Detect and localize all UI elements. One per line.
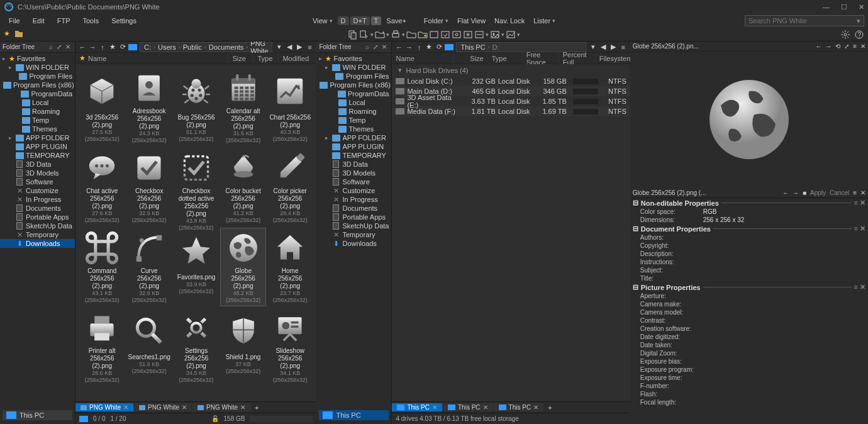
file-item[interactable]: Color picker 256x256 (2).png28.4 KB (256… <box>267 148 313 226</box>
tree-item[interactable]: Local <box>316 98 391 107</box>
favorites-node[interactable]: ▸★ Favorites <box>316 54 391 63</box>
file-item[interactable]: Globe 256x256 (2).png48.2 KB (256x256x32… <box>220 228 266 306</box>
nav2-prev-tab[interactable]: ◀ <box>599 43 608 52</box>
file-item[interactable]: Calendar alt 256x256 (2).png31.5 KB (256… <box>220 68 266 147</box>
file-item[interactable]: Bug 256x256 (2).png51.1 KB (256x256x32) <box>174 68 220 147</box>
file-item[interactable]: Favorites.png33.9 KB (256x256x32) <box>174 228 220 306</box>
nav2-up[interactable]: ↑ <box>415 43 423 52</box>
search-box[interactable]: ▾ <box>745 15 864 26</box>
props-right[interactable]: → <box>793 189 799 196</box>
tree-item[interactable]: 3D Data <box>0 160 75 169</box>
flat-view[interactable]: Flat View <box>453 16 489 26</box>
tool-icon-1[interactable] <box>429 30 439 40</box>
tree-item[interactable]: Program Files <box>316 72 391 81</box>
tree-item[interactable]: 3D Data <box>316 160 391 169</box>
view-dropdown[interactable]: View ▾ <box>309 16 337 26</box>
nav-prev-tab[interactable]: ◀ <box>285 43 294 52</box>
close-button[interactable]: ✕ <box>859 3 864 11</box>
file-item[interactable]: Chat active 256x256 (2).png27.6 KB (256x… <box>79 148 125 226</box>
file-item[interactable]: Settings 256x256 (2).png34.5 KB (256x256… <box>174 308 220 386</box>
col2-pct[interactable]: Percent Full <box>559 53 596 64</box>
tree-item[interactable]: ✕Customize <box>0 186 75 195</box>
nav-menu[interactable]: ≡ <box>305 43 314 52</box>
col2-fs[interactable]: Filesystem <box>596 53 630 64</box>
menu-ftp[interactable]: FTP <box>52 16 75 26</box>
fav-tool-icon[interactable]: ★ <box>418 30 428 40</box>
pv-close[interactable]: ✕ <box>860 43 865 50</box>
file-item[interactable]: Home 256x256 (2).png23.7 KB (256x256x32) <box>267 228 313 306</box>
lister-dropdown[interactable]: Lister ▾ <box>530 16 559 26</box>
tool-icon-3[interactable] <box>452 30 462 40</box>
file-item[interactable]: Checkbox 256x256 (2).png32.5 KB (256x256… <box>126 148 172 226</box>
tree-item[interactable]: ProgramData <box>0 89 75 98</box>
nav2-next-tab[interactable]: ▶ <box>609 43 618 52</box>
tree-item[interactable]: Program Files (x86) <box>0 81 75 89</box>
tab[interactable]: This PC✕ <box>443 403 493 411</box>
copy-icon[interactable] <box>348 30 358 40</box>
tree-item[interactable]: Program Files <box>0 72 75 81</box>
nav-up[interactable]: ↑ <box>98 43 107 52</box>
nav2-recent[interactable]: ⟳ <box>435 43 443 52</box>
col-name[interactable]: ★ Name <box>75 53 228 64</box>
gear-icon[interactable] <box>840 30 850 40</box>
drive-row[interactable]: Media Data (F:)1.81 TBLocal Disk1.69 TBN… <box>392 106 630 116</box>
menu-tools[interactable]: Tools <box>77 16 104 26</box>
col2-free[interactable]: Free Space <box>523 53 559 64</box>
col2-type[interactable]: Type <box>488 53 523 64</box>
tree1-search-icon[interactable]: ⌕ <box>47 43 55 50</box>
pv-right[interactable]: → <box>825 43 832 50</box>
nav2-drop[interactable]: ▾ <box>589 43 598 52</box>
file-item[interactable]: Slideshow 256x256 (2).png34.1 KB (256x25… <box>267 308 313 386</box>
nav2-menu[interactable]: ≡ <box>619 43 628 52</box>
file-item[interactable]: 3d 256x256 (2).png27.5 KB (256x256x32) <box>79 68 125 147</box>
col2-name[interactable]: Name <box>392 53 453 64</box>
nav-next-tab[interactable]: ▶ <box>295 43 304 52</box>
tree2-thispc[interactable]: This PC <box>319 410 389 420</box>
tree-item[interactable]: Temp <box>0 116 75 125</box>
nav-fwd[interactable]: → <box>88 43 97 52</box>
pv-menu[interactable]: ≡ <box>853 43 857 50</box>
col-type[interactable]: Type <box>253 53 279 64</box>
tree-item[interactable]: ⬇Downloads <box>0 239 75 248</box>
col-size[interactable]: Size <box>228 53 253 64</box>
file-item[interactable]: Printer alt 256x256 (2).png28.6 KB (256x… <box>79 308 125 386</box>
tree-item[interactable]: Documents <box>0 204 75 213</box>
folder-dropdown[interactable]: Folder ▾ <box>420 16 452 26</box>
props-left[interactable]: ← <box>782 189 789 196</box>
nav-recent[interactable]: ⟳ <box>118 43 127 52</box>
tab-add[interactable]: + <box>251 404 262 411</box>
tree-item[interactable]: ▸WIN FOLDER <box>316 63 391 72</box>
pv-full[interactable]: ⤢ <box>844 43 849 50</box>
nav2-fwd[interactable]: → <box>404 43 413 52</box>
tree2-close-icon[interactable]: ✕ <box>380 43 389 50</box>
tree-item[interactable]: Portable Apps <box>316 213 391 221</box>
nav-pc-icon[interactable] <box>128 43 137 52</box>
tree-item[interactable]: SketchUp Data <box>316 221 391 230</box>
image2-tool-icon[interactable] <box>506 30 516 40</box>
tree-item[interactable]: Local <box>0 98 75 107</box>
prop-section[interactable]: ⊟Document Properties≡ ✕ <box>630 224 868 233</box>
menu-settings[interactable]: Settings <box>106 16 142 26</box>
move-icon[interactable] <box>359 30 369 40</box>
nav-fav[interactable]: ★ <box>108 43 117 52</box>
menu-edit[interactable]: Edit <box>28 16 50 26</box>
nav-drop[interactable]: ▾ <box>275 43 284 52</box>
tree2-search-icon[interactable]: ⌕ <box>364 43 371 50</box>
tree-item[interactable]: Themes <box>0 125 75 133</box>
file-item[interactable]: Searches1.png51.6 KB (256x256x32) <box>126 308 172 386</box>
tree-item[interactable]: ✕Temporary <box>316 230 391 239</box>
nav2-fav[interactable]: ★ <box>425 43 433 52</box>
folder-tool-icon[interactable] <box>406 30 416 40</box>
tree-item[interactable]: ▸WIN FOLDER <box>0 63 75 72</box>
file-item[interactable]: Chart 256x256 (2).png40.3 KB (256x256x32… <box>267 68 313 147</box>
breadcrumb-1[interactable]: C:›Users›Public›Documents›PNG White <box>140 42 272 52</box>
print-icon[interactable] <box>391 30 401 40</box>
layout-d[interactable]: D <box>338 16 349 25</box>
tree-item[interactable]: ✕In Progress <box>0 195 75 204</box>
tree-item[interactable]: 3D Models <box>316 169 391 177</box>
search-dropdown-icon[interactable]: ▾ <box>857 17 860 25</box>
col-modified[interactable]: Modified <box>279 53 316 64</box>
maximize-button[interactable]: ☐ <box>841 3 847 11</box>
favorites-node[interactable]: ▸★ Favorites <box>0 54 75 63</box>
tree-item[interactable]: TEMPORARY <box>316 151 391 160</box>
